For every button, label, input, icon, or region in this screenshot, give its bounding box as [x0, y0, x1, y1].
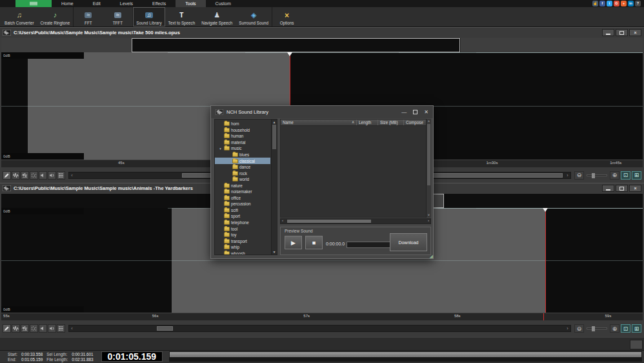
ribbon-button[interactable]: FFT	[73, 7, 103, 26]
ribbon-button[interactable]: Create Ringtone	[37, 7, 74, 26]
wave-tool-button[interactable]	[12, 171, 20, 180]
wave-dots-tool-button[interactable]	[30, 324, 38, 333]
ribbon-button[interactable]: Text to Speech	[165, 7, 199, 26]
column-header-size[interactable]: Size (MB)	[378, 119, 404, 125]
ribbon-button[interactable]: Surround Sound	[236, 7, 272, 26]
tree-item[interactable]: dance	[215, 164, 270, 171]
tree-item[interactable]: sport	[215, 213, 270, 220]
download-button[interactable]: Download	[390, 233, 427, 251]
tree-item[interactable]: material	[215, 140, 270, 146]
social-icon[interactable]: ☝	[592, 1, 598, 6]
zoom-slider-knob[interactable]	[592, 173, 595, 178]
zoom-selection-icon[interactable]: ⊡	[621, 324, 630, 333]
tree-item[interactable]: world	[215, 176, 270, 183]
tree-item[interactable]: horn	[215, 121, 270, 127]
social-icon[interactable]: ?	[635, 1, 641, 6]
pencil-tool-button[interactable]	[3, 324, 11, 333]
scroll-right-icon[interactable]: ›	[428, 218, 429, 222]
menu-item[interactable]: Tools	[176, 0, 205, 7]
scroll-up-icon[interactable]: ▲	[272, 120, 277, 124]
menu-item[interactable]: Effects	[143, 0, 176, 7]
tree-item[interactable]: classical	[215, 158, 270, 164]
scroll-right-icon[interactable]: ›	[565, 326, 570, 331]
tree-item[interactable]: scifi	[215, 207, 270, 214]
close-icon[interactable]: ×	[629, 185, 641, 192]
zoom-in-icon[interactable]: ⊕	[610, 324, 619, 333]
social-icon[interactable]: G	[614, 1, 619, 6]
tree-item[interactable]: whoosh	[215, 250, 270, 255]
ribbon-button[interactable]: Sound Library	[132, 7, 165, 26]
preview-play-button[interactable]: ▶	[285, 236, 302, 249]
menu-item[interactable]: Levels	[110, 0, 143, 7]
tree-item[interactable]: percussion	[215, 201, 270, 207]
wave-select-tool-button[interactable]	[21, 324, 29, 333]
tree-item[interactable]: nature	[215, 182, 270, 189]
zoom-slider[interactable]	[587, 174, 607, 176]
window2-h-scrollbar[interactable]: ‹ ›	[68, 325, 571, 332]
speaker-play-button[interactable]	[48, 171, 56, 180]
maximize-icon[interactable]	[616, 185, 628, 192]
list-options-button[interactable]	[57, 171, 65, 180]
speaker-play-button[interactable]	[48, 324, 56, 333]
chevron-down-icon[interactable]: ▾	[218, 147, 223, 150]
playback-cursor[interactable]	[545, 211, 546, 313]
tree-item[interactable]: household	[215, 127, 270, 134]
social-icon[interactable]: t	[607, 1, 612, 6]
table-h-scrollbar[interactable]: ‹ ›	[280, 218, 431, 224]
cursor-marker-icon[interactable]	[287, 52, 292, 56]
menu-item[interactable]: Edit	[83, 0, 110, 7]
table-v-scrollbar[interactable]: ˄ ˅	[426, 119, 431, 218]
viewport-indicator[interactable]	[132, 38, 460, 52]
window1-title-bar[interactable]: C:\Users\Public\Music\Sample Music\Sampl…	[0, 28, 644, 37]
scroll-right-icon[interactable]: ›	[565, 172, 570, 178]
social-icon[interactable]: +	[621, 1, 627, 6]
window1-overview-strip[interactable]	[1, 38, 643, 52]
tree-item[interactable]: noisemaker	[215, 189, 270, 195]
speaker-scrub-button[interactable]	[39, 171, 47, 180]
scroll-down-icon[interactable]: ▼	[272, 250, 277, 254]
tree-item[interactable]: toy	[215, 232, 270, 238]
ribbon-button[interactable]: Batch Converter	[1, 7, 37, 26]
wave-dots-tool-button[interactable]	[30, 171, 38, 180]
tree-item[interactable]: rock	[215, 170, 270, 176]
tree-item[interactable]: blues	[215, 152, 270, 158]
scroll-left-icon[interactable]: ‹	[69, 172, 75, 178]
zoom-in-icon[interactable]: ⊕	[610, 171, 619, 180]
tree-item[interactable]: ▾ music	[215, 145, 270, 152]
window2-time-ruler[interactable]: 55s 56s 57s 58s 59s	[1, 313, 643, 320]
tree-item[interactable]: transport	[215, 238, 270, 244]
zoom-out-icon[interactable]: ⊖	[574, 324, 584, 333]
scroll-left-icon[interactable]: ‹	[282, 218, 283, 222]
dialog-minimize-icon[interactable]: —	[401, 110, 407, 115]
zoom-slider-knob[interactable]	[592, 326, 595, 331]
social-icon[interactable]: in	[628, 1, 634, 6]
scroll-up-icon[interactable]: ˄	[427, 119, 431, 123]
dialog-title-bar[interactable]: NCH Sound Library — ✕	[211, 106, 433, 118]
zoom-out-icon[interactable]: ⊖	[574, 171, 584, 180]
speaker-scrub-button[interactable]	[39, 324, 47, 333]
social-icon[interactable]: f	[599, 1, 605, 6]
column-header-name[interactable]: Name˄	[281, 119, 357, 125]
zoom-selection-icon[interactable]: ⊡	[621, 171, 630, 180]
pencil-tool-button[interactable]	[3, 171, 11, 180]
menu-item[interactable]: Custom	[206, 0, 241, 7]
maximize-icon[interactable]	[616, 29, 628, 36]
scroll-left-icon[interactable]: ‹	[69, 326, 75, 331]
minimize-icon[interactable]	[602, 29, 614, 36]
dialog-close-icon[interactable]: ✕	[424, 110, 428, 115]
scrollbar-thumb[interactable]	[427, 124, 430, 185]
tree-item[interactable]: office	[215, 195, 270, 202]
list-options-button[interactable]	[57, 324, 65, 333]
scrollbar-thumb[interactable]	[157, 326, 173, 331]
tab-overflow-button[interactable]	[630, 340, 643, 349]
scroll-down-icon[interactable]: ˅	[427, 213, 431, 217]
menu-item[interactable]: Home	[52, 0, 83, 7]
dialog-maximize-icon[interactable]	[413, 110, 418, 114]
tree-v-scrollbar[interactable]: ▲ ▼	[271, 119, 277, 254]
column-header-composer[interactable]: Compose	[404, 119, 425, 125]
cursor-marker-icon[interactable]	[543, 208, 548, 212]
zoom-full-icon[interactable]: ⊞	[632, 171, 641, 180]
scrollbar-thumb[interactable]	[287, 220, 371, 223]
tree-item[interactable]: whip	[215, 244, 270, 251]
close-icon[interactable]: ×	[629, 29, 641, 36]
